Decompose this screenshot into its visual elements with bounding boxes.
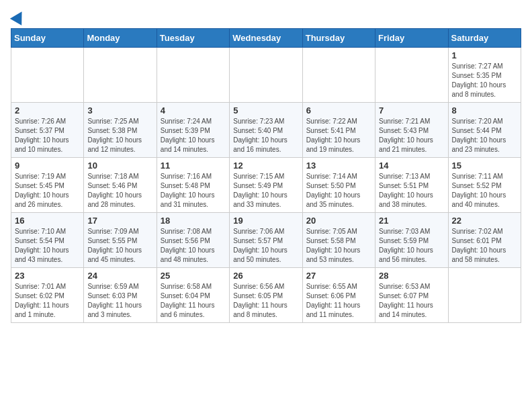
day-number: 20: [306, 216, 371, 226]
day-info: Sunrise: 7:19 AM Sunset: 5:45 PM Dayligh…: [15, 172, 80, 210]
day-number: 13: [306, 161, 371, 171]
day-info: Sunrise: 7:13 AM Sunset: 5:51 PM Dayligh…: [379, 172, 444, 210]
day-number: 7: [379, 105, 444, 116]
day-number: 12: [233, 161, 298, 171]
day-info: Sunrise: 6:59 AM Sunset: 6:03 PM Dayligh…: [87, 282, 152, 320]
day-number: 1: [452, 50, 517, 60]
day-header-friday: Friday: [375, 29, 448, 48]
calendar-cell: 1Sunrise: 7:27 AM Sunset: 5:35 PM Daylig…: [448, 48, 521, 103]
calendar-cell: 11Sunrise: 7:16 AM Sunset: 5:48 PM Dayli…: [157, 158, 229, 213]
day-number: 18: [161, 216, 226, 226]
calendar-week-1: 1Sunrise: 7:27 AM Sunset: 5:35 PM Daylig…: [11, 48, 521, 103]
calendar-cell: 18Sunrise: 7:08 AM Sunset: 5:56 PM Dayli…: [157, 213, 229, 268]
day-info: Sunrise: 7:11 AM Sunset: 5:52 PM Dayligh…: [452, 172, 517, 210]
day-info: Sunrise: 6:56 AM Sunset: 6:05 PM Dayligh…: [233, 282, 298, 320]
calendar-week-2: 2Sunrise: 7:26 AM Sunset: 5:37 PM Daylig…: [11, 103, 521, 158]
day-info: Sunrise: 7:27 AM Sunset: 5:35 PM Dayligh…: [452, 62, 517, 99]
calendar-cell: 20Sunrise: 7:05 AM Sunset: 5:58 PM Dayli…: [302, 213, 375, 268]
calendar-cell: [302, 48, 375, 103]
day-info: Sunrise: 7:06 AM Sunset: 5:57 PM Dayligh…: [233, 227, 298, 265]
calendar-week-5: 23Sunrise: 7:01 AM Sunset: 6:02 PM Dayli…: [11, 268, 521, 323]
day-info: Sunrise: 7:21 AM Sunset: 5:43 PM Dayligh…: [379, 117, 444, 154]
day-number: 22: [452, 216, 517, 226]
day-number: 3: [87, 105, 152, 116]
day-info: Sunrise: 7:25 AM Sunset: 5:38 PM Dayligh…: [87, 117, 152, 154]
day-info: Sunrise: 7:23 AM Sunset: 5:40 PM Dayligh…: [233, 117, 298, 154]
calendar-cell: 2Sunrise: 7:26 AM Sunset: 5:37 PM Daylig…: [11, 103, 84, 158]
calendar-cell: [84, 48, 157, 103]
calendar-cell: 19Sunrise: 7:06 AM Sunset: 5:57 PM Dayli…: [230, 213, 302, 268]
calendar-cell: 5Sunrise: 7:23 AM Sunset: 5:40 PM Daylig…: [230, 103, 302, 158]
day-number: 25: [161, 271, 226, 281]
day-info: Sunrise: 7:18 AM Sunset: 5:46 PM Dayligh…: [87, 172, 152, 210]
day-info: Sunrise: 7:26 AM Sunset: 5:37 PM Dayligh…: [15, 117, 80, 154]
day-number: 11: [161, 161, 226, 171]
calendar-cell: 12Sunrise: 7:15 AM Sunset: 5:49 PM Dayli…: [230, 158, 302, 213]
calendar-cell: 22Sunrise: 7:02 AM Sunset: 6:01 PM Dayli…: [448, 213, 521, 268]
day-number: 9: [15, 161, 80, 171]
calendar-cell: 15Sunrise: 7:11 AM Sunset: 5:52 PM Dayli…: [448, 158, 521, 213]
calendar-header-row: SundayMondayTuesdayWednesdayThursdayFrid…: [11, 29, 521, 48]
day-number: 16: [15, 216, 80, 226]
calendar-cell: 21Sunrise: 7:03 AM Sunset: 5:59 PM Dayli…: [375, 213, 448, 268]
day-number: 26: [233, 271, 298, 281]
calendar-cell: 16Sunrise: 7:10 AM Sunset: 5:54 PM Dayli…: [11, 213, 84, 268]
day-info: Sunrise: 7:08 AM Sunset: 5:56 PM Dayligh…: [161, 227, 226, 265]
calendar-cell: 28Sunrise: 6:53 AM Sunset: 6:07 PM Dayli…: [375, 268, 448, 323]
calendar-cell: [157, 48, 229, 103]
calendar-cell: [448, 268, 521, 323]
day-number: 27: [306, 271, 371, 281]
day-info: Sunrise: 7:02 AM Sunset: 6:01 PM Dayligh…: [452, 227, 517, 265]
day-number: 10: [87, 161, 152, 171]
calendar-cell: 3Sunrise: 7:25 AM Sunset: 5:38 PM Daylig…: [84, 103, 157, 158]
day-info: Sunrise: 7:24 AM Sunset: 5:39 PM Dayligh…: [161, 117, 226, 154]
day-info: Sunrise: 7:14 AM Sunset: 5:50 PM Dayligh…: [306, 172, 371, 210]
calendar-cell: 6Sunrise: 7:22 AM Sunset: 5:41 PM Daylig…: [302, 103, 375, 158]
day-number: 19: [233, 216, 298, 226]
logo-triangle-icon: [10, 8, 28, 26]
day-info: Sunrise: 7:05 AM Sunset: 5:58 PM Dayligh…: [306, 227, 371, 265]
day-info: Sunrise: 7:16 AM Sunset: 5:48 PM Dayligh…: [161, 172, 226, 210]
day-info: Sunrise: 7:01 AM Sunset: 6:02 PM Dayligh…: [15, 282, 80, 320]
day-number: 17: [87, 216, 152, 226]
calendar-cell: 26Sunrise: 6:56 AM Sunset: 6:05 PM Dayli…: [230, 268, 302, 323]
calendar-cell: 25Sunrise: 6:58 AM Sunset: 6:04 PM Dayli…: [157, 268, 229, 323]
day-info: Sunrise: 7:15 AM Sunset: 5:49 PM Dayligh…: [233, 172, 298, 210]
calendar-cell: 13Sunrise: 7:14 AM Sunset: 5:50 PM Dayli…: [302, 158, 375, 213]
calendar-cell: 17Sunrise: 7:09 AM Sunset: 5:55 PM Dayli…: [84, 213, 157, 268]
day-number: 8: [452, 105, 517, 116]
day-number: 4: [161, 105, 226, 116]
day-info: Sunrise: 6:58 AM Sunset: 6:04 PM Dayligh…: [161, 282, 226, 320]
calendar-cell: 23Sunrise: 7:01 AM Sunset: 6:02 PM Dayli…: [11, 268, 84, 323]
calendar-table: SundayMondayTuesdayWednesdayThursdayFrid…: [11, 28, 521, 323]
day-info: Sunrise: 7:03 AM Sunset: 5:59 PM Dayligh…: [379, 227, 444, 265]
day-info: Sunrise: 6:53 AM Sunset: 6:07 PM Dayligh…: [379, 282, 444, 320]
calendar-cell: 14Sunrise: 7:13 AM Sunset: 5:51 PM Dayli…: [375, 158, 448, 213]
calendar-cell: 24Sunrise: 6:59 AM Sunset: 6:03 PM Dayli…: [84, 268, 157, 323]
page-header: [11, 11, 521, 23]
calendar-cell: 7Sunrise: 7:21 AM Sunset: 5:43 PM Daylig…: [375, 103, 448, 158]
day-number: 14: [379, 161, 444, 171]
calendar-week-3: 9Sunrise: 7:19 AM Sunset: 5:45 PM Daylig…: [11, 158, 521, 213]
day-header-thursday: Thursday: [302, 29, 375, 48]
calendar-cell: 10Sunrise: 7:18 AM Sunset: 5:46 PM Dayli…: [84, 158, 157, 213]
day-number: 28: [379, 271, 444, 281]
day-number: 6: [306, 105, 371, 116]
calendar-cell: [230, 48, 302, 103]
calendar-cell: 27Sunrise: 6:55 AM Sunset: 6:06 PM Dayli…: [302, 268, 375, 323]
day-info: Sunrise: 7:10 AM Sunset: 5:54 PM Dayligh…: [15, 227, 80, 265]
day-number: 23: [15, 271, 80, 281]
day-number: 2: [15, 105, 80, 116]
day-header-wednesday: Wednesday: [230, 29, 302, 48]
day-header-saturday: Saturday: [448, 29, 521, 48]
day-number: 21: [379, 216, 444, 226]
day-number: 5: [233, 105, 298, 116]
day-number: 15: [452, 161, 517, 171]
calendar-cell: 4Sunrise: 7:24 AM Sunset: 5:39 PM Daylig…: [157, 103, 229, 158]
logo: [11, 11, 27, 23]
calendar-cell: [375, 48, 448, 103]
calendar-cell: 8Sunrise: 7:20 AM Sunset: 5:44 PM Daylig…: [448, 103, 521, 158]
calendar-week-4: 16Sunrise: 7:10 AM Sunset: 5:54 PM Dayli…: [11, 213, 521, 268]
day-header-sunday: Sunday: [11, 29, 84, 48]
day-header-monday: Monday: [84, 29, 157, 48]
